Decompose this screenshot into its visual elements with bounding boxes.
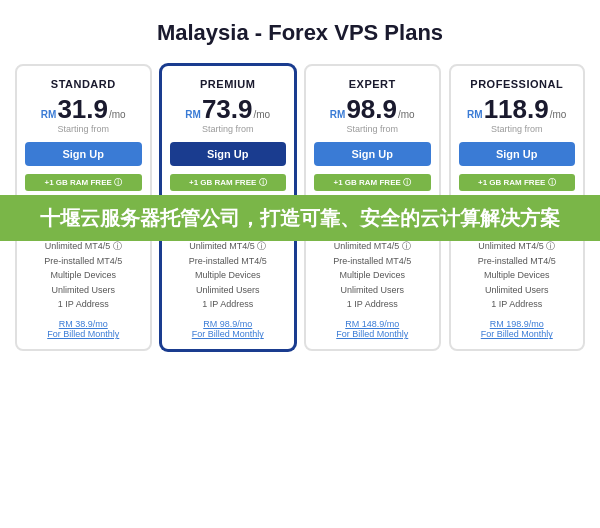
- price-mo-standard: /mo: [109, 109, 126, 120]
- feature-item: 1 IP Address: [170, 297, 287, 311]
- starting-from-professional: Starting from: [459, 124, 576, 134]
- feature-item: Unlimited MT4/5 ⓘ: [314, 239, 431, 253]
- feature-item: Unlimited Users: [25, 283, 142, 297]
- price-rm-expert: RM: [330, 109, 346, 120]
- feature-item: Multiple Devices: [170, 268, 287, 282]
- feature-item: Pre-installed MT4/5: [314, 254, 431, 268]
- plan-name-professional: PROFESSIONAL: [459, 78, 576, 90]
- billed-link-professional[interactable]: RM 198.9/moFor Billed Monthly: [459, 319, 576, 339]
- feature-item: Unlimited Users: [314, 283, 431, 297]
- price-amount-standard: 31.9: [57, 96, 108, 122]
- feature-item: Unlimited Users: [459, 283, 576, 297]
- plan-name-expert: EXPERT: [314, 78, 431, 90]
- plan-name-standard: STANDARD: [25, 78, 142, 90]
- price-row-professional: RM118.9/mo: [459, 96, 576, 122]
- page-container: Malaysia - Forex VPS Plans STANDARDRM31.…: [0, 0, 600, 366]
- feature-item: Unlimited MT4/5 ⓘ: [170, 239, 287, 253]
- page-title: Malaysia - Forex VPS Plans: [15, 20, 585, 46]
- green-bar-premium: +1 GB RAM FREE ⓘ: [170, 174, 287, 191]
- green-bar-standard: +1 GB RAM FREE ⓘ: [25, 174, 142, 191]
- green-bar-professional: +1 GB RAM FREE ⓘ: [459, 174, 576, 191]
- feature-item: Unlimited MT4/5 ⓘ: [25, 239, 142, 253]
- price-amount-professional: 118.9: [484, 96, 549, 122]
- starting-from-expert: Starting from: [314, 124, 431, 134]
- starting-from-standard: Starting from: [25, 124, 142, 134]
- signup-btn-standard[interactable]: Sign Up: [25, 142, 142, 166]
- feature-item: Unlimited Users: [170, 283, 287, 297]
- price-mo-expert: /mo: [398, 109, 415, 120]
- price-mo-professional: /mo: [550, 109, 567, 120]
- billed-link-expert[interactable]: RM 148.9/moFor Billed Monthly: [314, 319, 431, 339]
- billed-link-premium[interactable]: RM 98.9/moFor Billed Monthly: [170, 319, 287, 339]
- price-amount-premium: 73.9: [202, 96, 253, 122]
- overlay-banner: 十堰云服务器托管公司，打造可靠、安全的云计算解决方案: [0, 195, 600, 241]
- feature-item: Pre-installed MT4/5: [170, 254, 287, 268]
- signup-btn-premium[interactable]: Sign Up: [170, 142, 287, 166]
- feature-item: 1 IP Address: [314, 297, 431, 311]
- price-rm-standard: RM: [41, 109, 57, 120]
- feature-item: Pre-installed MT4/5: [459, 254, 576, 268]
- feature-item: Multiple Devices: [314, 268, 431, 282]
- green-bar-expert: +1 GB RAM FREE ⓘ: [314, 174, 431, 191]
- price-row-premium: RM73.9/mo: [170, 96, 287, 122]
- price-rm-premium: RM: [185, 109, 201, 120]
- plan-name-premium: PREMIUM: [170, 78, 287, 90]
- feature-item: Multiple Devices: [459, 268, 576, 282]
- starting-from-premium: Starting from: [170, 124, 287, 134]
- price-amount-expert: 98.9: [346, 96, 397, 122]
- feature-item: Pre-installed MT4/5: [25, 254, 142, 268]
- feature-item: 1 IP Address: [25, 297, 142, 311]
- feature-item: 1 IP Address: [459, 297, 576, 311]
- overlay-text: 十堰云服务器托管公司，打造可靠、安全的云计算解决方案: [15, 205, 585, 231]
- feature-item: Unlimited MT4/5 ⓘ: [459, 239, 576, 253]
- price-rm-professional: RM: [467, 109, 483, 120]
- signup-btn-professional[interactable]: Sign Up: [459, 142, 576, 166]
- price-mo-premium: /mo: [254, 109, 271, 120]
- signup-btn-expert[interactable]: Sign Up: [314, 142, 431, 166]
- billed-link-standard[interactable]: RM 38.9/moFor Billed Monthly: [25, 319, 142, 339]
- price-row-expert: RM98.9/mo: [314, 96, 431, 122]
- price-row-standard: RM31.9/mo: [25, 96, 142, 122]
- feature-item: Multiple Devices: [25, 268, 142, 282]
